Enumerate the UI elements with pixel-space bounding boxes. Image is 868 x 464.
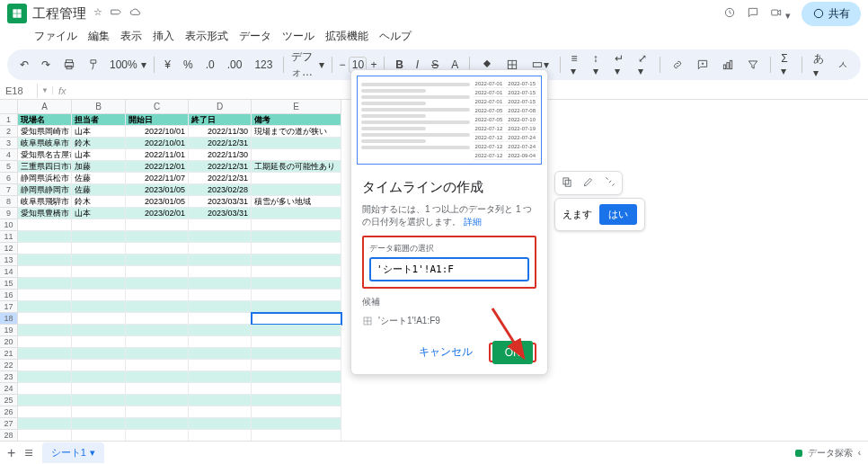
currency-button[interactable]: ¥ — [161, 57, 174, 73]
cell-1-D[interactable]: 終了日 — [189, 114, 252, 126]
cell-15-C[interactable] — [126, 278, 189, 290]
suggest-yes-button[interactable]: はい — [599, 204, 637, 225]
filter-button[interactable] — [743, 57, 763, 73]
cell-4-B[interactable]: 山本 — [72, 149, 126, 161]
cell-20-A[interactable] — [18, 336, 72, 348]
cell-19-A[interactable] — [18, 325, 72, 336]
cell-14-E[interactable] — [252, 266, 341, 278]
dec-less-button[interactable]: .0 — [202, 57, 218, 73]
cell-22-B[interactable] — [72, 360, 126, 371]
cell-25-B[interactable] — [72, 395, 126, 406]
cell-25-D[interactable] — [189, 395, 252, 406]
cell-18-E[interactable] — [252, 313, 341, 325]
cell-20-E[interactable] — [252, 336, 341, 348]
cell-2-A[interactable]: 愛知県岡崎市 — [18, 126, 72, 138]
cell-7-C[interactable]: 2023/01/05 — [126, 184, 189, 196]
cell-19-E[interactable] — [252, 325, 341, 336]
row-header-5[interactable]: 5 — [0, 161, 18, 173]
chevron-left-icon[interactable]: ‹ — [858, 448, 861, 458]
cell-9-A[interactable]: 愛知県豊橋市 — [18, 208, 72, 219]
cell-7-E[interactable] — [252, 184, 341, 196]
row-header-8[interactable]: 8 — [0, 196, 18, 208]
doc-title[interactable]: 工程管理 — [32, 5, 86, 22]
col-header-B[interactable]: B — [72, 100, 126, 114]
cell-17-D[interactable] — [189, 301, 252, 313]
cell-2-C[interactable]: 2022/10/01 — [126, 126, 189, 138]
collapse-toolbar-button[interactable]: ㅅ — [834, 56, 852, 75]
cell-2-E[interactable]: 現場までの道が狭い — [252, 126, 341, 138]
comment-add-button[interactable] — [693, 57, 713, 73]
row-header-17[interactable]: 17 — [0, 301, 18, 313]
col-header-D[interactable]: D — [189, 100, 252, 114]
menu-help[interactable]: ヘルプ — [379, 29, 412, 44]
cell-26-D[interactable] — [189, 406, 252, 418]
cell-21-C[interactable] — [126, 348, 189, 360]
cell-5-A[interactable]: 三重県四日市市 — [18, 161, 72, 173]
cell-1-C[interactable]: 開始日 — [126, 114, 189, 126]
cell-15-B[interactable] — [72, 278, 126, 290]
cell-7-D[interactable]: 2023/02/28 — [189, 184, 252, 196]
cell-14-D[interactable] — [189, 266, 252, 278]
cell-17-E[interactable] — [252, 301, 341, 313]
cell-16-D[interactable] — [189, 290, 252, 301]
cell-10-A[interactable] — [18, 219, 72, 231]
cell-24-E[interactable] — [252, 383, 341, 395]
cell-18-C[interactable] — [126, 313, 189, 325]
cell-5-B[interactable]: 加藤 — [72, 161, 126, 173]
cell-3-E[interactable] — [252, 138, 341, 149]
cell-22-C[interactable] — [126, 360, 189, 371]
edit-icon[interactable] — [582, 175, 595, 191]
cell-10-C[interactable] — [126, 219, 189, 231]
input-tools-button[interactable]: あ ▾ — [810, 49, 829, 81]
cell-11-E[interactable] — [252, 231, 341, 243]
cell-16-E[interactable] — [252, 290, 341, 301]
cell-17-C[interactable] — [126, 301, 189, 313]
menu-file[interactable]: ファイル — [34, 29, 77, 44]
cell-21-D[interactable] — [189, 348, 252, 360]
menu-tools[interactable]: ツール — [282, 29, 314, 44]
cell-23-D[interactable] — [189, 371, 252, 383]
wrap-button[interactable]: ↵ ▾ — [611, 50, 629, 79]
cell-7-B[interactable]: 佐藤 — [72, 184, 126, 196]
cell-12-A[interactable] — [18, 243, 72, 254]
row-header-16[interactable]: 16 — [0, 290, 18, 301]
paint-format-button[interactable] — [84, 57, 104, 73]
cell-22-D[interactable] — [189, 360, 252, 371]
candidate-item[interactable]: 'シート1'!A1:F9 — [362, 312, 536, 330]
cell-24-B[interactable] — [72, 383, 126, 395]
row-header-12[interactable]: 12 — [0, 243, 18, 254]
cell-3-D[interactable]: 2022/12/31 — [189, 138, 252, 149]
cell-27-D[interactable] — [189, 418, 252, 430]
star-icon[interactable]: ☆ — [93, 6, 102, 21]
cell-14-C[interactable] — [126, 266, 189, 278]
cell-7-A[interactable]: 静岡県静岡市 — [18, 184, 72, 196]
cell-3-C[interactable]: 2022/10/01 — [126, 138, 189, 149]
menu-view[interactable]: 表示 — [120, 29, 142, 44]
cell-15-A[interactable] — [18, 278, 72, 290]
ok-button[interactable]: OK — [492, 341, 533, 364]
cell-6-D[interactable]: 2022/12/31 — [189, 173, 252, 184]
functions-button[interactable]: Σ ▾ — [777, 50, 794, 79]
cell-10-E[interactable] — [252, 219, 341, 231]
cell-13-C[interactable] — [126, 254, 189, 266]
cell-23-C[interactable] — [126, 371, 189, 383]
cell-27-E[interactable] — [252, 418, 341, 430]
row-header-4[interactable]: 4 — [0, 149, 18, 161]
cell-4-C[interactable]: 2022/11/01 — [126, 149, 189, 161]
cell-6-E[interactable] — [252, 173, 341, 184]
cell-20-C[interactable] — [126, 336, 189, 348]
cell-8-A[interactable]: 岐阜県飛騨市 — [18, 196, 72, 208]
cell-26-B[interactable] — [72, 406, 126, 418]
menu-data[interactable]: データ — [239, 29, 271, 44]
valign-button[interactable]: ↕ ▾ — [589, 50, 606, 79]
row-header-19[interactable]: 19 — [0, 325, 18, 336]
cell-1-B[interactable]: 担当者 — [72, 114, 126, 126]
cloud-icon[interactable] — [129, 6, 142, 21]
cell-11-A[interactable] — [18, 231, 72, 243]
cell-19-C[interactable] — [126, 325, 189, 336]
menu-format[interactable]: 表示形式 — [185, 29, 228, 44]
chart-button[interactable] — [718, 57, 738, 73]
menu-edit[interactable]: 編集 — [88, 29, 110, 44]
cell-20-D[interactable] — [189, 336, 252, 348]
cell-19-D[interactable] — [189, 325, 252, 336]
